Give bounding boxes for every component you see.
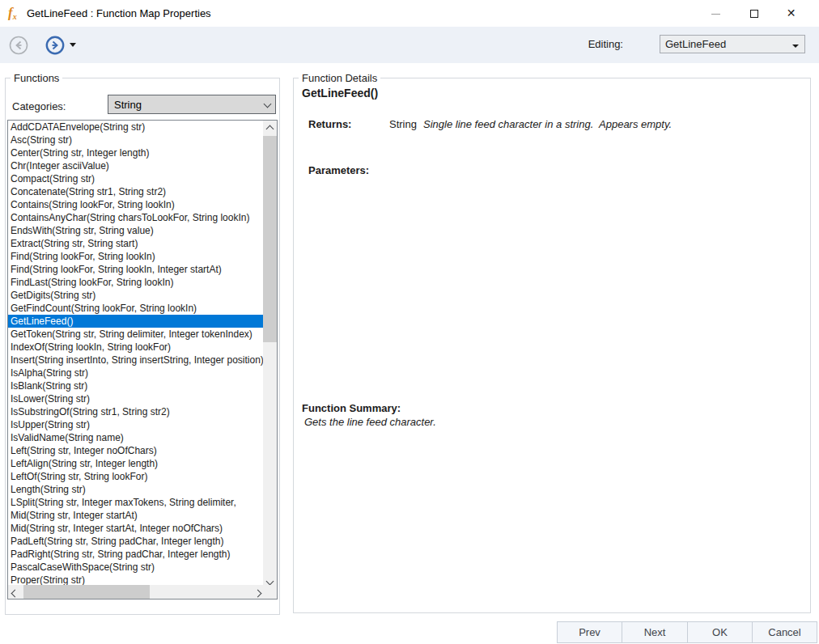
- editing-label: Editing:: [588, 38, 623, 50]
- function-list-item[interactable]: Extract(String str, String start): [8, 237, 263, 250]
- categories-label: Categories:: [12, 100, 66, 112]
- close-button[interactable]: ✕: [773, 0, 809, 27]
- function-list-item[interactable]: IsValidName(String name): [8, 431, 263, 444]
- function-list-item[interactable]: GetFindCount(String lookFor, String look…: [8, 302, 263, 315]
- function-list-item[interactable]: ContainsAnyChar(String charsToLookFor, S…: [8, 211, 263, 224]
- function-list-item[interactable]: EndsWith(String str, String value): [8, 224, 263, 237]
- function-list: AddCDATAEnvelope(String str)Asc(String s…: [7, 120, 278, 600]
- function-list-item[interactable]: IsBlank(String str): [8, 379, 263, 392]
- horizontal-scrollbar[interactable]: [8, 585, 265, 599]
- function-map-properties-dialog: fx GetLineFeed : Function Map Properties…: [0, 0, 819, 644]
- function-list-item[interactable]: Center(String str, Integer length): [8, 146, 263, 159]
- function-list-item[interactable]: IsLower(String str): [8, 392, 263, 405]
- scrollbar-corner: [263, 585, 277, 599]
- function-list-item[interactable]: IsAlpha(String str): [8, 366, 263, 379]
- function-list-item[interactable]: Mid(String str, Integer startAt, Integer…: [8, 522, 263, 535]
- function-list-item[interactable]: Asc(String str): [8, 133, 263, 146]
- function-list-item[interactable]: FindLast(String lookFor, String lookIn): [8, 276, 263, 289]
- function-list-item[interactable]: Find(String lookFor, String lookIn): [8, 250, 263, 263]
- function-list-item[interactable]: Compact(String str): [8, 172, 263, 185]
- function-list-item[interactable]: PascalCaseWithSpace(String str): [8, 561, 263, 574]
- function-list-item[interactable]: AddCDATAEnvelope(String str): [8, 121, 263, 133]
- function-list-rows: AddCDATAEnvelope(String str)Asc(String s…: [8, 121, 263, 587]
- function-list-item[interactable]: Contains(String lookFor, String lookIn): [8, 198, 263, 211]
- function-list-item[interactable]: Concatenate(String str1, String str2): [8, 185, 263, 198]
- function-details-groupbox: Function Details GetLineFeed() Returns: …: [293, 78, 811, 613]
- function-list-item[interactable]: LeftOf(String str, String lookFor): [8, 470, 263, 483]
- categories-combobox-value: String: [114, 99, 142, 111]
- function-signature-heading: GetLineFeed(): [302, 87, 378, 100]
- footer-button-bar: Prev Next OK Cancel: [0, 621, 819, 644]
- returns-label: Returns:: [308, 118, 351, 130]
- function-list-item[interactable]: LeftAlign(String str, Integer length): [8, 457, 263, 470]
- function-list-item[interactable]: PadLeft(String str, String padChar, Inte…: [8, 535, 263, 548]
- maximize-button[interactable]: [736, 0, 772, 27]
- editing-combobox[interactable]: GetLineFeed: [660, 35, 805, 53]
- function-list-item[interactable]: IsUpper(String str): [8, 418, 263, 431]
- forward-dropdown-caret-icon[interactable]: [70, 43, 76, 47]
- toolbar: Editing: GetLineFeed: [0, 27, 819, 63]
- function-summary-text: Gets the line feed character.: [304, 416, 436, 428]
- title-bar: fx GetLineFeed : Function Map Properties…: [0, 0, 819, 27]
- function-list-item[interactable]: IsSubstringOf(String str1, String str2): [8, 405, 263, 418]
- function-list-item[interactable]: Left(String str, Integer noOfChars): [8, 444, 263, 457]
- function-list-item[interactable]: Length(String str): [8, 483, 263, 496]
- editing-combobox-value: GetLineFeed: [665, 38, 726, 50]
- parameters-label: Parameters:: [308, 164, 369, 176]
- function-list-item[interactable]: GetDigits(String str): [8, 289, 263, 302]
- function-list-item[interactable]: IndexOf(String lookIn, String lookFor): [8, 341, 263, 354]
- scroll-left-arrow-icon[interactable]: [8, 585, 22, 599]
- back-icon[interactable]: [9, 36, 28, 55]
- function-list-item[interactable]: GetToken(String str, String delimiter, I…: [8, 328, 263, 341]
- functions-groupbox: Functions Categories: String AddCDATAEnv…: [5, 78, 280, 615]
- function-list-item[interactable]: GetLineFeed(): [8, 315, 263, 328]
- window-title: GetLineFeed : Function Map Properties: [27, 7, 211, 19]
- function-list-item[interactable]: PadRight(String str, String padChar, Int…: [8, 548, 263, 561]
- vertical-scrollbar-thumb[interactable]: [263, 136, 277, 342]
- scroll-up-arrow-icon[interactable]: [263, 121, 277, 134]
- chevron-down-icon: [264, 100, 272, 108]
- forward-icon[interactable]: [45, 36, 65, 55]
- function-list-item[interactable]: Find(String lookFor, String lookIn, Inte…: [8, 263, 263, 276]
- ok-button[interactable]: OK: [687, 621, 753, 643]
- prev-button[interactable]: Prev: [557, 621, 622, 643]
- editing-dropdown-button[interactable]: [789, 37, 803, 51]
- next-button[interactable]: Next: [622, 621, 688, 643]
- dropdown-triangle-icon: [792, 44, 799, 48]
- horizontal-scrollbar-thumb[interactable]: [23, 585, 150, 599]
- fx-function-icon: fx: [8, 5, 24, 21]
- function-list-item[interactable]: LSplit(String str, Integer maxTokens, St…: [8, 496, 263, 509]
- function-details-legend: Function Details: [299, 72, 380, 84]
- function-list-item[interactable]: Insert(String insertInto, String insertS…: [8, 354, 263, 366]
- vertical-scrollbar[interactable]: [263, 121, 277, 587]
- minimize-button[interactable]: [698, 0, 734, 27]
- function-list-item[interactable]: Mid(String str, Integer startAt): [8, 509, 263, 522]
- categories-combobox[interactable]: String: [108, 95, 276, 114]
- cancel-button[interactable]: Cancel: [752, 621, 817, 643]
- returns-description: Single line feed character in a string. …: [423, 118, 672, 130]
- function-summary-label: Function Summary:: [302, 402, 401, 414]
- returns-type: String: [389, 118, 417, 130]
- functions-legend: Functions: [11, 72, 62, 84]
- function-list-item[interactable]: Chr(Integer asciiValue): [8, 159, 263, 172]
